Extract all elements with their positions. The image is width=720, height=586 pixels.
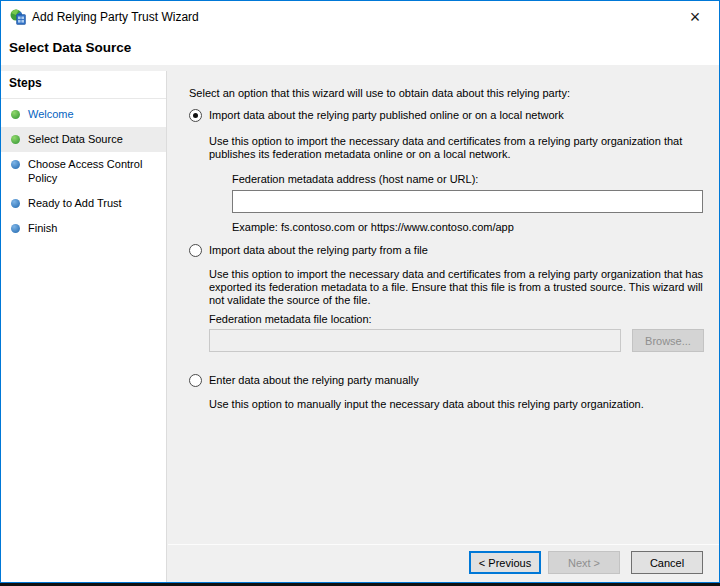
previous-button[interactable]: < Previous <box>469 551 541 574</box>
metadata-file-label: Federation metadata file location: <box>209 313 639 326</box>
radio-enter-manually[interactable] <box>189 374 202 387</box>
metadata-address-label: Federation metadata address (host name o… <box>232 173 662 186</box>
page-title: Select Data Source <box>9 40 131 55</box>
cancel-button[interactable]: Cancel <box>631 551 703 574</box>
metadata-address-input[interactable] <box>232 190 703 213</box>
radio-import-file[interactable] <box>189 244 202 257</box>
enter-manually-description: Use this option to manually input the ne… <box>209 398 709 411</box>
step-item-choose-access-control-policy: Choose Access Control Policy <box>1 152 166 191</box>
steps-sidebar: Steps Welcome Select Data Source Choose … <box>1 71 167 582</box>
step-item-finish: Finish <box>1 216 166 241</box>
screen: Add Relying Party Trust Wizard × Select … <box>0 0 720 586</box>
footer-divider <box>168 544 719 545</box>
close-icon[interactable]: × <box>679 5 711 29</box>
step-item-welcome[interactable]: Welcome <box>1 102 166 127</box>
step-item-ready-to-add-trust: Ready to Add Trust <box>1 191 166 216</box>
metadata-file-input <box>209 329 621 352</box>
step-item-select-data-source: Select Data Source <box>1 127 166 152</box>
metadata-address-example: Example: fs.contoso.com or https://www.c… <box>232 221 662 234</box>
radio-import-online-label[interactable]: Import data about the relying party publ… <box>209 109 699 122</box>
radio-enter-manually-label[interactable]: Enter data about the relying party manua… <box>209 374 699 387</box>
steps-divider <box>1 98 166 99</box>
title-bar: Add Relying Party Trust Wizard × <box>1 1 719 32</box>
wizard-window: Add Relying Party Trust Wizard × Select … <box>0 0 720 583</box>
wizard-content: Select an option that this wizard will u… <box>168 65 719 582</box>
browse-button: Browse... <box>632 329 704 352</box>
dialog-header: Select Data Source <box>1 32 719 65</box>
radio-import-online[interactable] <box>189 109 202 122</box>
dialog-body: Steps Welcome Select Data Source Choose … <box>1 65 719 582</box>
radio-import-file-label[interactable]: Import data about the relying party from… <box>209 244 699 257</box>
intro-text: Select an option that this wizard will u… <box>189 87 709 100</box>
adfs-wizard-icon <box>10 9 26 25</box>
next-button: Next > <box>548 551 620 574</box>
import-online-description: Use this option to import the necessary … <box>209 135 706 161</box>
steps-heading: Steps <box>9 76 42 90</box>
import-file-description: Use this option to import the necessary … <box>209 268 709 307</box>
steps-list: Welcome Select Data Source Choose Access… <box>1 102 166 241</box>
window-title: Add Relying Party Trust Wizard <box>32 10 199 24</box>
